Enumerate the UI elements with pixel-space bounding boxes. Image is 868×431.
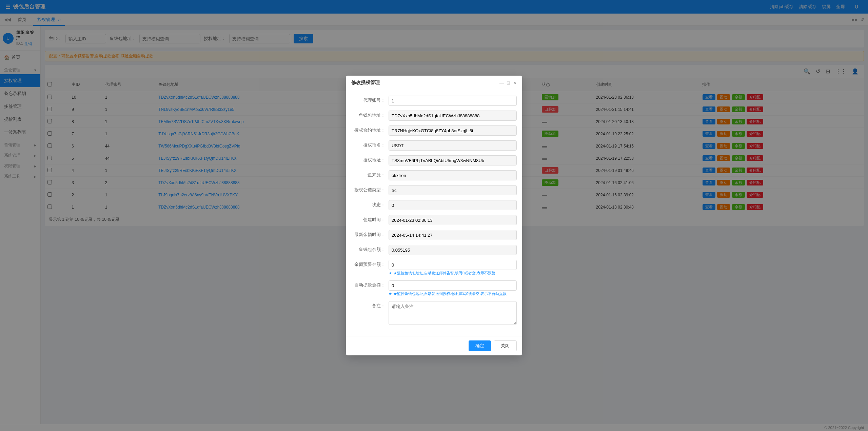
form-row-min-balance: 余额预警金额： ★ ★监控鱼钱包地址,自动发送邮件告警,填写0或者空,表示不预警 — [351, 260, 517, 276]
form-row-created: 创建时间： — [351, 215, 517, 225]
auto-withdraw-value: ★ ★监控鱼钱包地址,自动发送到授权地址,填写0或者空,表示不自动提款 — [389, 280, 517, 296]
form-row-wallet: 鱼钱包地址： — [351, 111, 517, 121]
modal-footer: 确定 关闭 — [346, 336, 522, 355]
updated-label: 最新余额时间： — [351, 230, 389, 238]
fish-source-value — [389, 170, 517, 180]
modal: 修改授权管理 — ⊡ ✕ 代理账号： 鱼钱包地址： 授权合约地址 — [346, 76, 522, 355]
auth-contract-input[interactable] — [389, 125, 517, 136]
updated-value — [389, 230, 517, 240]
form-row-auth-addr: 授权地址： — [351, 155, 517, 165]
remark-textarea[interactable] — [389, 301, 517, 325]
modal-restore-icon[interactable]: ⊡ — [507, 80, 510, 85]
status-label: 状态： — [351, 200, 389, 208]
form-row-auto-withdraw: 自动提款金额： ★ ★监控鱼钱包地址,自动发送到授权地址,填写0或者空,表示不自… — [351, 280, 517, 296]
remark-value — [389, 301, 517, 326]
fish-source-label: 鱼来源： — [351, 170, 389, 178]
auto-withdraw-input[interactable] — [389, 280, 517, 291]
updated-input[interactable] — [389, 230, 517, 240]
modal-overlay[interactable]: 修改授权管理 — ⊡ ✕ 代理账号： 鱼钱包地址： 授权合约地址 — [0, 0, 868, 431]
form-row-fish-source: 鱼来源： — [351, 170, 517, 180]
auth-addr-input[interactable] — [389, 155, 517, 165]
auto-withdraw-label: 自动提款金额： — [351, 280, 389, 288]
auth-addr-value — [389, 155, 517, 165]
form-row-auth-coin: 授权币名： — [351, 140, 517, 151]
form-row-wallet-balance: 鱼钱包余额： — [351, 245, 517, 255]
status-value — [389, 200, 517, 210]
min-balance-hint-text: ★监控鱼钱包地址,自动发送邮件告警,填写0或者空,表示不预警 — [393, 271, 495, 276]
modal-body: 代理账号： 鱼钱包地址： 授权合约地址： 授权币名： — [346, 90, 522, 336]
auth-coin-input[interactable] — [389, 140, 517, 151]
auth-chain-label: 授权公链类型： — [351, 185, 389, 193]
fish-source-input[interactable] — [389, 170, 517, 180]
created-input[interactable] — [389, 215, 517, 225]
created-value — [389, 215, 517, 225]
info-icon2: ★ — [389, 292, 392, 296]
created-label: 创建时间： — [351, 215, 389, 223]
status-input[interactable] — [389, 200, 517, 210]
auth-chain-input[interactable] — [389, 185, 517, 195]
modal-header: 修改授权管理 — ⊡ ✕ — [346, 76, 522, 90]
auth-coin-label: 授权币名： — [351, 140, 389, 148]
auth-addr-label: 授权地址： — [351, 155, 389, 163]
form-row-remark: 备注： — [351, 301, 517, 326]
form-row-auth-contract: 授权合约地址： — [351, 125, 517, 136]
wallet-balance-label: 鱼钱包余额： — [351, 245, 389, 253]
wallet-balance-input[interactable] — [389, 245, 517, 255]
auto-withdraw-hint-text: ★监控鱼钱包地址,自动发送到授权地址,填写0或者空,表示不自动提款 — [393, 291, 507, 296]
wallet-addr-value — [389, 111, 517, 121]
auto-withdraw-hint: ★ ★监控鱼钱包地址,自动发送到授权地址,填写0或者空,表示不自动提款 — [389, 291, 517, 296]
min-balance-input[interactable] — [389, 260, 517, 270]
form-row-agent: 代理账号： — [351, 96, 517, 106]
form-row-auth-chain: 授权公链类型： — [351, 185, 517, 195]
wallet-addr-input[interactable] — [389, 111, 517, 121]
agent-no-label: 代理账号： — [351, 96, 389, 103]
agent-no-value — [389, 96, 517, 106]
auth-chain-value — [389, 185, 517, 195]
auth-coin-value — [389, 140, 517, 151]
modal-title: 修改授权管理 — [351, 80, 380, 86]
info-icon: ★ — [389, 271, 392, 275]
min-balance-hint: ★ ★监控鱼钱包地址,自动发送邮件告警,填写0或者空,表示不预警 — [389, 271, 517, 276]
auth-contract-label: 授权合约地址： — [351, 125, 389, 133]
confirm-button[interactable]: 确定 — [469, 340, 491, 351]
auth-contract-value — [389, 125, 517, 136]
agent-no-input[interactable] — [389, 96, 517, 106]
wallet-addr-label: 鱼钱包地址： — [351, 111, 389, 118]
remark-label: 备注： — [351, 301, 389, 309]
cancel-button[interactable]: 关闭 — [494, 340, 517, 351]
form-row-status: 状态： — [351, 200, 517, 210]
min-balance-label: 余额预警金额： — [351, 260, 389, 268]
min-balance-value: ★ ★监控鱼钱包地址,自动发送邮件告警,填写0或者空,表示不预警 — [389, 260, 517, 276]
form-row-updated: 最新余额时间： — [351, 230, 517, 240]
modal-minimize-icon[interactable]: — — [499, 80, 504, 85]
modal-close-icon[interactable]: ✕ — [513, 80, 517, 85]
wallet-balance-value — [389, 245, 517, 255]
modal-header-icons: — ⊡ ✕ — [499, 80, 517, 85]
